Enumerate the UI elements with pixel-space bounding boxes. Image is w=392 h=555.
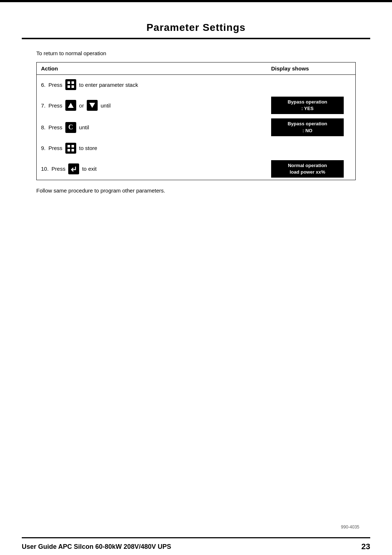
bypass-yes-line1: Bypass operation	[287, 99, 327, 105]
row-9-action: 9. Press to store	[41, 143, 271, 154]
step-10-press: Press	[52, 166, 65, 172]
svg-rect-8	[68, 149, 70, 151]
title-divider	[22, 38, 370, 39]
footer-page-number: 23	[362, 542, 370, 551]
header-display: Display shows	[271, 65, 351, 72]
bypass-yes-display: Bypass operation : YES	[271, 97, 344, 114]
row-8-action: 8. Press C until	[41, 122, 271, 133]
svg-rect-7	[72, 145, 74, 147]
bypass-no-line2: : NO	[302, 128, 312, 133]
step-7-number: 7.	[41, 102, 46, 109]
svg-marker-4	[68, 103, 74, 108]
step-7-or: or	[79, 102, 84, 109]
grid-button-2-icon	[65, 143, 76, 154]
normal-op-line1: Normal operation	[288, 163, 327, 168]
step-8-number: 8.	[41, 124, 46, 130]
step-7-press: Press	[49, 102, 62, 109]
bypass-no-line1: Bypass operation	[287, 121, 327, 126]
table-row: 10. Press to exit Normal operation load …	[37, 158, 355, 180]
down-arrow-icon	[87, 100, 98, 111]
step-10-number: 10.	[41, 166, 49, 172]
grid-button-icon	[65, 79, 76, 90]
main-content: To return to normal operation Action Dis…	[36, 50, 356, 194]
up-arrow-icon	[65, 100, 76, 111]
table-row: 8. Press C until Bypass operation : NO	[37, 116, 355, 138]
bypass-no-display: Bypass operation : NO	[271, 118, 344, 136]
row-7-display: Bypass operation : YES	[271, 97, 351, 114]
row-10-action: 10. Press to exit	[41, 163, 271, 174]
step-9-press: Press	[49, 145, 62, 151]
step-8-press: Press	[49, 124, 62, 130]
table-row: 6. Press to enter parameter stack	[37, 75, 355, 94]
row-6-action: 6. Press to enter parameter stack	[41, 79, 271, 90]
bypass-yes-line2: : YES	[301, 106, 314, 111]
svg-rect-3	[72, 85, 74, 88]
normal-op-line2: load power xx%	[290, 169, 325, 175]
top-bar	[0, 0, 392, 2]
normal-operation-display: Normal operation load power xx%	[271, 160, 344, 178]
svg-rect-2	[68, 85, 70, 88]
intro-text: To return to normal operation	[36, 50, 356, 56]
row-8-display: Bypass operation : NO	[271, 118, 351, 136]
table-row: 9. Press to store	[37, 138, 355, 158]
step-7-text: until	[101, 102, 111, 109]
step-8-text: until	[79, 124, 89, 130]
row-7-action: 7. Press or until	[41, 100, 271, 111]
follow-text: Follow same procedure to program other p…	[36, 187, 356, 194]
svg-rect-0	[68, 81, 70, 84]
svg-rect-6	[68, 145, 70, 147]
step-10-text: to exit	[82, 166, 97, 172]
instruction-table: Action Display shows 6. Press to enter p…	[36, 62, 356, 180]
table-row: 7. Press or until Bypass operation	[37, 94, 355, 116]
svg-rect-9	[72, 149, 74, 151]
row-10-display: Normal operation load power xx%	[271, 160, 351, 178]
svg-marker-5	[89, 103, 95, 108]
step-9-text: to store	[79, 145, 97, 151]
c-button-icon: C	[65, 122, 76, 133]
step-6-press: Press	[49, 82, 62, 88]
step-6-text: to enter parameter stack	[79, 82, 138, 88]
footer-content: User Guide APC Silcon 60-80kW 208V/480V …	[0, 538, 392, 555]
enter-button-icon	[68, 163, 79, 174]
svg-rect-1	[72, 81, 74, 84]
step-6-number: 6.	[41, 82, 46, 88]
table-header: Action Display shows	[37, 62, 355, 75]
step-9-number: 9.	[41, 145, 46, 151]
footer-title: User Guide APC Silcon 60-80kW 208V/480V …	[22, 543, 171, 551]
footer: User Guide APC Silcon 60-80kW 208V/480V …	[0, 537, 392, 555]
page-title: Parameter Settings	[0, 0, 392, 38]
doc-number: 990-4035	[341, 524, 359, 530]
header-action: Action	[41, 65, 271, 72]
